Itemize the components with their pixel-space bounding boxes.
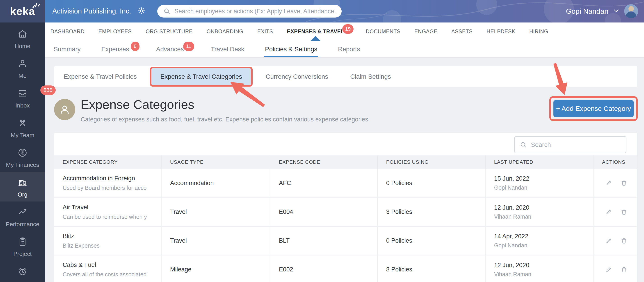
alarm-clock-icon [17, 266, 28, 277]
sidebar-item-me[interactable]: Me [0, 53, 45, 83]
subnav-reports[interactable]: Reports [338, 41, 360, 57]
expenses-badge: 8 [131, 42, 140, 51]
subnav-summary[interactable]: Summary [54, 41, 81, 57]
table-row: Accommodation in ForeignUsed by Board me… [54, 169, 637, 198]
subnav-advances[interactable]: Advances 11 [156, 41, 184, 57]
nav-hiring[interactable]: HIRING [529, 22, 548, 41]
user-avatar[interactable] [624, 4, 638, 18]
inbox-icon [17, 88, 28, 99]
settings-gear-icon[interactable] [137, 6, 146, 16]
table-search[interactable] [514, 136, 626, 153]
nav-assets[interactable]: ASSETS [451, 22, 472, 41]
chevron-down-icon [613, 7, 620, 15]
user-name: Gopi Nandan [566, 7, 608, 15]
expense-categories-card: EXPENSE CATEGORY USAGE TYPE EXPENSE CODE… [54, 133, 637, 282]
last-updated-date: 15 Jun, 2022 [494, 175, 593, 182]
building-icon [17, 177, 28, 188]
keka-sparkle-icon [32, 1, 41, 9]
edit-pencil-icon[interactable] [605, 266, 612, 273]
subnav-expenses[interactable]: Expenses 8 [102, 41, 129, 57]
sidebar-item-home[interactable]: Home [0, 23, 45, 53]
nav-onboarding[interactable]: ONBOARDING [207, 22, 243, 41]
nav-documents[interactable]: DOCUMENTS [366, 22, 400, 41]
updated-by: Vihaan Raman [494, 213, 593, 220]
updated-by: Gopi Nandan [494, 184, 593, 191]
tab-currency-conversions[interactable]: Currency Conversions [257, 66, 337, 87]
nav-org-structure[interactable]: ORG STRUCTURE [146, 22, 192, 41]
column-header-expense-code: EXPENSE CODE [270, 155, 378, 169]
keka-logo[interactable]: keka [0, 0, 45, 22]
delete-trash-icon[interactable] [620, 208, 628, 216]
last-updated-date: 12 Jun, 2020 [494, 204, 593, 211]
tab-claim-settings[interactable]: Claim Settings [341, 66, 400, 87]
sidebar-item-my-team[interactable]: My Team [0, 113, 45, 142]
subnav-policies-settings[interactable]: Policies & Settings [265, 41, 317, 57]
tab-expense-travel-categories[interactable]: Expense & Travel Categories [150, 67, 253, 87]
delete-trash-icon[interactable] [620, 179, 628, 187]
sidebar-item-inbox[interactable]: 835 Inbox [0, 83, 45, 113]
settings-tab-bar: Expense & Travel Policies Expense & Trav… [54, 66, 637, 87]
table-row: Air TravelCan be used to reimburse when … [54, 198, 637, 226]
advances-badge: 11 [183, 42, 194, 51]
search-icon [163, 7, 171, 15]
table-search-input[interactable] [531, 141, 621, 148]
sidebar-item-label: Me [0, 72, 45, 79]
sub-nav: Summary Expenses 8 Advances 11 Travel De… [45, 41, 644, 58]
nav-dashboard[interactable]: DASHBOARD [50, 22, 84, 41]
category-description: Blitz Expenses [63, 242, 161, 249]
expenses-travel-badge: 19 [342, 24, 354, 34]
table-row: Cabs & FuelCovers all of the costs assoc… [54, 255, 637, 282]
column-header-usage-type: USAGE TYPE [161, 155, 270, 169]
policies-using: 0 Policies [386, 237, 412, 244]
expense-code: AFC [279, 180, 291, 186]
global-search[interactable] [157, 5, 342, 17]
sidebar-item-my-finances[interactable]: My Finances [0, 142, 45, 172]
nav-expenses-travel[interactable]: EXPENSES & TRAVEL 19 [287, 22, 344, 41]
category-name: Accommodation in Foreign [63, 175, 161, 182]
expense-code: E002 [279, 266, 293, 273]
expense-categories-table: EXPENSE CATEGORY USAGE TYPE EXPENSE CODE… [54, 155, 637, 282]
column-header-policies-using: POLICIES USING [378, 155, 485, 169]
company-name: Activision Publishing, Inc. [52, 7, 131, 15]
column-header-expense-category: EXPENSE CATEGORY [54, 155, 161, 169]
sidebar: keka Home Me 835 Inbox [0, 0, 45, 282]
subnav-travel-desk[interactable]: Travel Desk [211, 41, 244, 57]
sidebar-item-org[interactable]: Org [0, 172, 45, 201]
sidebar-item-label: Project [0, 251, 45, 258]
category-name: Air Travel [63, 204, 161, 211]
person-icon [17, 58, 28, 69]
delete-trash-icon[interactable] [620, 237, 628, 245]
page-title: Expense Categories [81, 97, 194, 112]
category-description: Covers all of the costs associated [63, 271, 161, 278]
usage-type: Travel [170, 237, 187, 244]
category-description: Used by Board members for acco [63, 185, 161, 191]
nav-exits[interactable]: EXITS [257, 22, 273, 41]
add-expense-category-button[interactable]: + Add Expense Category [554, 100, 634, 117]
sidebar-item-label: Performance [0, 221, 45, 228]
edit-pencil-icon[interactable] [605, 208, 612, 216]
policies-using: 0 Policies [386, 180, 412, 186]
sidebar-item-label: Inbox [0, 102, 45, 109]
sidebar-item-time[interactable] [0, 261, 45, 282]
delete-trash-icon[interactable] [620, 266, 628, 273]
sidebar-item-label: My Team [0, 132, 45, 139]
tab-expense-travel-policies[interactable]: Expense & Travel Policies [55, 66, 146, 87]
nav-engage[interactable]: ENGAGE [414, 22, 437, 41]
nav-helpdesk[interactable]: HELPDESK [486, 22, 515, 41]
global-search-input[interactable] [174, 8, 336, 15]
column-header-last-updated: LAST UPDATED [485, 155, 593, 169]
sidebar-item-project[interactable]: Project [0, 231, 45, 261]
user-menu[interactable]: Gopi Nandan [566, 0, 638, 22]
rupee-circle-icon [17, 147, 28, 158]
last-updated-date: 12 Jun, 2020 [494, 262, 593, 269]
edit-pencil-icon[interactable] [605, 179, 612, 187]
page-header: Expense Categories Categories of expense… [54, 94, 637, 131]
sidebar-item-label: Org [0, 191, 45, 198]
nav-employees[interactable]: EMPLOYEES [98, 22, 132, 41]
sidebar-item-label: My Finances [0, 161, 45, 168]
edit-pencil-icon[interactable] [605, 237, 612, 245]
keka-logo-text: keka [10, 5, 35, 17]
policies-using: 3 Policies [386, 208, 412, 215]
column-header-actions: ACTIONS [593, 155, 637, 169]
sidebar-item-performance[interactable]: Performance [0, 201, 45, 231]
